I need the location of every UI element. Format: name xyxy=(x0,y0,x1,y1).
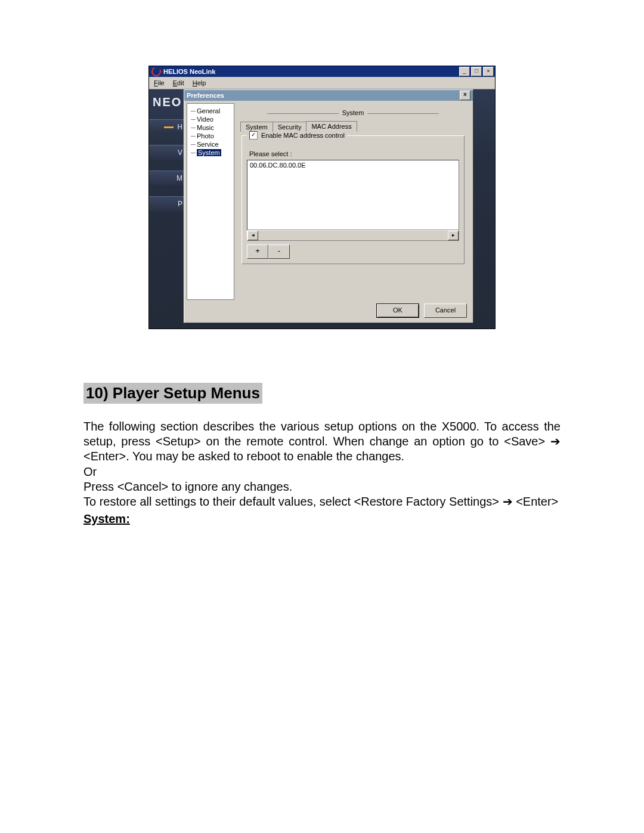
subheading-system: System: xyxy=(83,512,561,527)
horizontal-scrollbar[interactable]: ◂ ▸ xyxy=(247,230,459,241)
tree-item-photo[interactable]: Photo xyxy=(191,132,234,140)
window-titlebar: HELIOS NeoLink _ □ × xyxy=(149,66,495,77)
menu-file[interactable]: File xyxy=(154,79,165,86)
body-text: The following section describes the vari… xyxy=(83,419,561,527)
left-tab-photo[interactable]: P xyxy=(149,196,185,211)
window-title: HELIOS NeoLink xyxy=(163,68,215,75)
helios-logo-icon xyxy=(150,66,163,78)
preferences-close-button[interactable]: × xyxy=(460,91,470,100)
menu-bar: File Edit Help xyxy=(149,77,495,89)
section-heading: 10) Player Setup Menus xyxy=(83,383,262,404)
ok-button[interactable]: OK xyxy=(376,304,419,318)
checkbox-label: Enable MAC address control xyxy=(261,132,345,139)
tree-item-music[interactable]: Music xyxy=(191,124,234,131)
preferences-dialog: Preferences × General Video Music Photo … xyxy=(184,89,473,323)
mac-address-list[interactable]: 00.06.DC.80.00.0E xyxy=(247,160,459,230)
app-body: NEO H V M P Preferences × General Video … xyxy=(149,89,495,329)
tab-system[interactable]: System xyxy=(240,122,273,132)
menu-edit[interactable]: Edit xyxy=(173,79,184,86)
panel-tabs: System Security MAC Address xyxy=(240,121,466,132)
left-tab-music[interactable]: M xyxy=(149,171,185,185)
tab-mac-address[interactable]: MAC Address xyxy=(306,121,357,132)
tree-item-service[interactable]: Service xyxy=(191,141,234,148)
screenshot-helios-neolink: HELIOS NeoLink _ □ × File Edit Help NEO … xyxy=(148,66,496,329)
remove-button[interactable]: - xyxy=(268,244,290,259)
tree-item-video[interactable]: Video xyxy=(191,116,234,123)
minimize-button[interactable]: _ xyxy=(459,67,470,76)
tree-item-general[interactable]: General xyxy=(191,107,234,114)
left-tab-home[interactable]: H xyxy=(149,119,185,134)
menu-help[interactable]: Help xyxy=(193,79,206,86)
left-tab-video[interactable]: V xyxy=(149,145,185,160)
close-button[interactable]: × xyxy=(483,67,494,76)
preferences-tree: General Video Music Photo Service System xyxy=(187,103,234,300)
maximize-button[interactable]: □ xyxy=(471,67,482,76)
preferences-titlebar: Preferences × xyxy=(184,90,473,101)
add-button[interactable]: + xyxy=(247,244,268,259)
please-select-label: Please select : xyxy=(249,150,459,157)
scroll-left-icon[interactable]: ◂ xyxy=(247,231,258,240)
enable-mac-checkbox[interactable]: ✓ Enable MAC address control xyxy=(249,131,345,140)
mac-control-fieldset: ✓ Enable MAC address control Please sele… xyxy=(242,131,465,264)
list-item[interactable]: 00.06.DC.80.00.0E xyxy=(250,162,456,169)
preferences-right-pane: System System Security MAC Address ✓ E xyxy=(234,103,470,300)
checkbox-icon: ✓ xyxy=(249,131,258,140)
app-brand: NEO xyxy=(153,95,182,109)
scroll-right-icon[interactable]: ▸ xyxy=(448,231,459,240)
tree-item-system[interactable]: System xyxy=(191,149,234,156)
tab-security[interactable]: Security xyxy=(273,122,307,132)
preferences-title: Preferences xyxy=(187,92,224,99)
panel-heading: System xyxy=(240,109,466,116)
app-left-tabs: H V M P xyxy=(149,119,185,211)
cancel-button[interactable]: Cancel xyxy=(424,304,467,318)
